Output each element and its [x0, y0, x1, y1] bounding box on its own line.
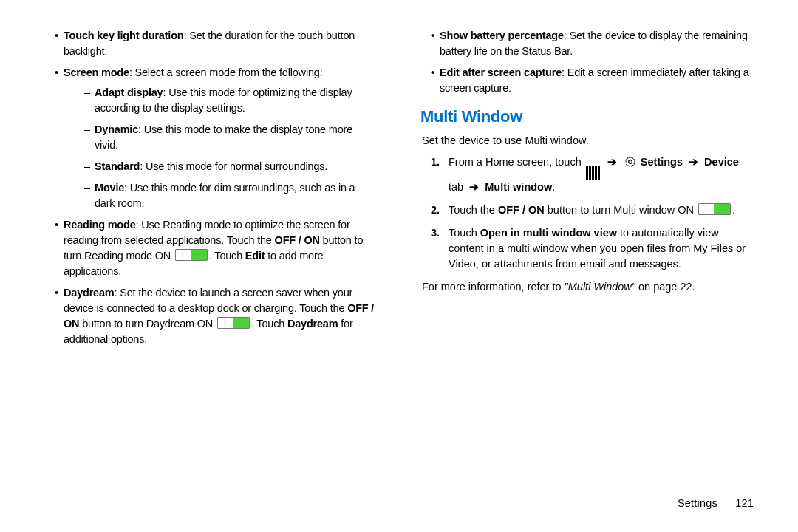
list-item: Standard: Use this mode for normal surro…: [84, 159, 378, 174]
term: Show battery percentage: [440, 30, 564, 41]
list-item: Show battery percentage: Set the device …: [431, 28, 754, 59]
list-item: Screen mode: Select a screen mode from t…: [55, 65, 378, 211]
term: Movie: [95, 182, 124, 194]
intro-text: Set the device to use Multi window.: [420, 133, 754, 149]
list-item: Touch key light duration: Set the durati…: [55, 28, 378, 59]
page-footer: Settings 121: [678, 496, 754, 511]
step-item: Touch the OFF / ON button to turn Multi …: [438, 202, 754, 218]
body: : Use this mode for dim surroundings, su…: [95, 182, 355, 209]
list-item: Reading mode: Use Reading mode to optimi…: [55, 217, 378, 279]
offon-label: OFF / ON: [498, 204, 545, 216]
screen-bullets: Touch key light duration: Set the durati…: [44, 28, 378, 347]
term: Edit after screen capture: [440, 66, 562, 78]
list-item: Dynamic: Use this mode to make the displ…: [84, 122, 378, 153]
term: Screen mode: [64, 66, 129, 78]
period: .: [552, 181, 555, 193]
device-bullets: Show battery percentage: Set the device …: [420, 28, 754, 96]
body: .: [732, 204, 735, 216]
term: Reading mode: [64, 219, 136, 231]
steps-list: From a Home screen, touch ➔ Settings ➔ D…: [420, 154, 754, 272]
footer-section: Settings: [678, 497, 717, 509]
term: Dynamic: [95, 123, 138, 135]
left-column: Touch key light duration: Set the durati…: [44, 28, 378, 353]
body: For more information, refer to: [422, 281, 565, 293]
daydream-label: Daydream: [287, 318, 338, 330]
body: : Use this mode for normal surroundings.: [140, 160, 327, 172]
body: . Touch: [251, 318, 287, 330]
open-label: Open in multi window view: [480, 227, 617, 239]
body: on page 22.: [635, 281, 695, 293]
list-item: Edit after screen capture: Edit a screen…: [431, 65, 754, 96]
body: Touch: [449, 227, 480, 239]
svg-point-1: [628, 160, 632, 164]
step-item: Touch Open in multi window view to autom…: [438, 225, 754, 272]
body: From a Home screen, touch: [449, 156, 584, 168]
toggle-on-icon: [217, 317, 250, 329]
cross-reference: For more information, refer to "Multi Wi…: [422, 279, 754, 295]
arrow-icon: ➔: [607, 156, 617, 168]
apps-grid-icon: [586, 166, 600, 180]
page-number: 121: [735, 497, 754, 509]
svg-point-0: [626, 157, 635, 166]
multi-window-label: Multi window: [485, 181, 552, 193]
body: Touch the: [449, 204, 498, 216]
arrow-icon: ➔: [469, 181, 479, 193]
list-item: Movie: Use this mode for dim surrounding…: [84, 180, 378, 211]
toggle-on-icon: [698, 203, 731, 215]
body: : Select a screen mode from the followin…: [129, 66, 323, 78]
body: tab: [449, 181, 466, 193]
settings-label: Settings: [641, 156, 683, 168]
right-column: Show battery percentage: Set the device …: [420, 28, 754, 353]
settings-gear-icon: [624, 156, 636, 168]
page-body: Touch key light duration: Set the durati…: [44, 28, 754, 353]
offon-label: OFF / ON: [275, 234, 320, 246]
term: Adapt display: [95, 86, 163, 98]
section-heading-multi-window: Multi Window: [420, 105, 754, 129]
list-item: Daydream: Set the device to launch a scr…: [55, 285, 378, 347]
screen-mode-sublist: Adapt display: Use this mode for optimiz…: [64, 85, 378, 211]
body: button to turn Multi window ON: [545, 204, 697, 216]
term: Daydream: [64, 287, 115, 299]
body: . Touch: [209, 250, 245, 262]
arrow-icon: ➔: [689, 156, 698, 168]
device-label: Device: [704, 156, 739, 168]
step-item: From a Home screen, touch ➔ Settings ➔ D…: [438, 154, 754, 195]
body: button to turn Daydream ON: [79, 318, 216, 330]
xref-title: "Multi Window": [565, 281, 635, 293]
term: Touch key light duration: [64, 30, 184, 41]
list-item: Adapt display: Use this mode for optimiz…: [84, 85, 378, 116]
edit-label: Edit: [245, 250, 265, 262]
toggle-on-icon: [175, 249, 208, 261]
term: Standard: [95, 160, 140, 172]
